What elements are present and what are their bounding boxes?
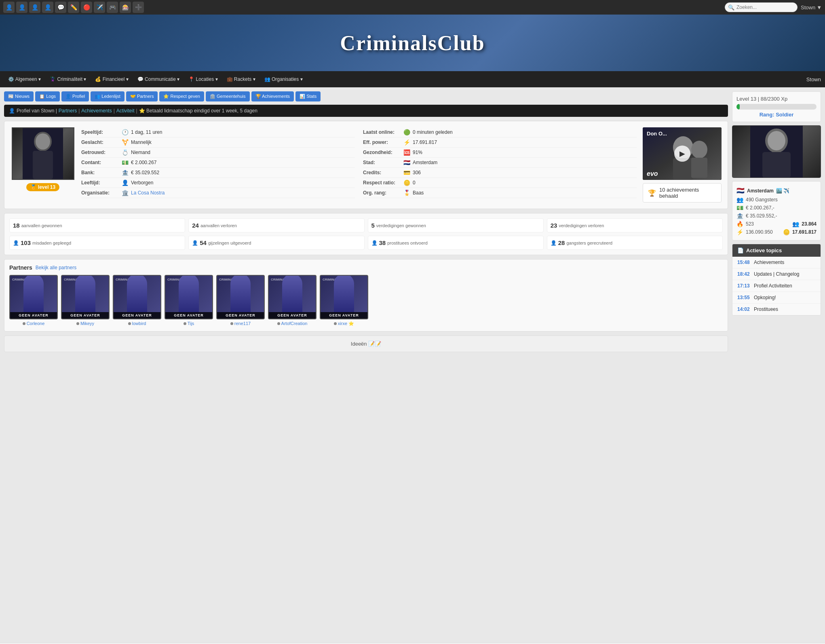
topbar: 👤 👤 👤 👤 💬 ✏️ 🔴 ✈️ 🎮 🎰 ➕ 🔍 Stown ▼ xyxy=(0,0,825,15)
tab-respect[interactable]: ⭐ Respect geven xyxy=(159,91,204,101)
search-input[interactable] xyxy=(725,2,798,12)
cash-icon: 💵 xyxy=(122,159,129,166)
stat-aanvallen-verloren: 24 aanvallen verloren xyxy=(188,218,364,232)
tab-nieuws[interactable]: 📰 Nieuws xyxy=(4,91,34,101)
topic-updates[interactable]: 18:42 Updates | Changelog xyxy=(732,268,821,280)
partner-name-corleone[interactable]: Corleone xyxy=(23,321,45,326)
topic-profiel[interactable]: 17:13 Profiel Activiteiten xyxy=(732,280,821,292)
stat-credits: Credits: 💳 306 xyxy=(363,168,637,178)
city-stat-gangsters: 👥 490 Gangsters xyxy=(736,196,817,204)
svg-rect-2 xyxy=(33,151,53,179)
topbar-icon-4[interactable]: 👤 xyxy=(42,2,53,13)
org-link[interactable]: La Cosa Nostra xyxy=(131,190,165,196)
topics-header-icon: 📄 xyxy=(737,247,744,253)
user-dropdown-icon: ▼ xyxy=(817,4,822,11)
tab-stats[interactable]: 📊 Stats xyxy=(295,91,321,101)
topic-opkoping[interactable]: 13:55 Opkoping! xyxy=(732,292,821,304)
video-thumbnail[interactable]: Don O... evo ▶ xyxy=(643,127,722,180)
partner-avatar-rene117[interactable]: CRIMINALSCLUB GEEN AVATER xyxy=(216,275,265,319)
tab-bar: 📰 Nieuws 📋 Logs 👤 Profiel 👥 Ledenlijst 🤝… xyxy=(4,91,728,101)
topic-prostituees[interactable]: 14:02 Prostituees xyxy=(732,304,821,315)
topbar-icon-1[interactable]: 👤 xyxy=(3,2,15,13)
breadcrumb-achievements-link[interactable]: Achievements xyxy=(81,108,112,114)
tab-achievements[interactable]: 🏆 Achievements xyxy=(251,91,294,101)
partner-online-dot-corleone xyxy=(23,322,25,325)
stat-gijzelingen: 👤 54 gijzelingen uitgevoerd xyxy=(188,236,364,250)
nav-organisaties[interactable]: 👥 Organisaties ▾ xyxy=(260,73,307,85)
nav-rackets[interactable]: 💼 Rackets ▾ xyxy=(223,73,260,85)
topbar-left: 👤 👤 👤 👤 💬 ✏️ 🔴 ✈️ 🎮 🎰 ➕ xyxy=(3,2,144,13)
view-all-partners-link[interactable]: Bekijk alle partners xyxy=(36,265,76,270)
gangsters-icon: 👥 xyxy=(736,196,743,203)
tab-partners[interactable]: 🤝 Partners xyxy=(126,91,158,101)
partner-name-rene117[interactable]: rene117 xyxy=(230,321,251,326)
org-icon: 🏛️ xyxy=(122,190,129,196)
stat-getrouwd: Getrouwd: 💍 Niemand xyxy=(81,148,355,158)
tab-logs[interactable]: 📋 Logs xyxy=(35,91,60,101)
achievement-count: 10 achievements behaald xyxy=(659,187,716,199)
nav-financieel[interactable]: 💰 Financieel ▾ xyxy=(91,73,132,85)
partner-name-xirxe[interactable]: xirxe ⭐ xyxy=(334,321,354,326)
partner-avatar-corleone[interactable]: CRIMINALSCLUB GEEN AVATER xyxy=(9,275,58,319)
nav-algemeen[interactable]: ⚙️ Algemeen ▾ xyxy=(4,73,45,85)
topics-section: 📄 Actieve topics 15:48 Achievements 18:4… xyxy=(732,244,821,316)
nav-criminaliteit[interactable]: 🦹 Criminaliteit ▾ xyxy=(46,73,90,85)
breadcrumb-activiteit-link[interactable]: Activiteit xyxy=(116,108,135,114)
breadcrumb: 👤 Profiel van Stown | Partners | Achieve… xyxy=(4,105,728,117)
partner-avatar-xirxe[interactable]: CRIMINALSCLUB GEEN AVATER xyxy=(320,275,368,319)
partner-avatar-tijs[interactable]: CRIMINALSCLUB GEEN AVATER xyxy=(165,275,213,319)
partner-name-tijs[interactable]: Tijs xyxy=(184,321,194,326)
stat-contant: Contant: 💵 € 2.000.267 xyxy=(81,158,355,168)
user-menu[interactable]: Stown ▼ xyxy=(801,4,822,11)
partner-avatar-lowbird[interactable]: CRIMINALSCLUB GEEN AVATER xyxy=(113,275,161,319)
partner-avatar-mikeyy[interactable]: CRIMINALSCLUB GEEN AVATER xyxy=(61,275,110,319)
city-extra-icons: 🏙️ ✈️ xyxy=(776,188,789,194)
partner-name-lowbird[interactable]: lowbird xyxy=(128,321,146,326)
xp-bar-container xyxy=(736,104,817,110)
partner-online-dot-artofcreation xyxy=(277,322,280,325)
level-title: Level 13 | 88/2300 Xp xyxy=(736,96,817,102)
tab-gemeentehuis[interactable]: 🏛️ Gemeentehuis xyxy=(206,91,250,101)
stat-respect: Respect ratio: 🪙 0 xyxy=(363,178,637,188)
tab-profiel[interactable]: 👤 Profiel xyxy=(61,91,89,101)
ideas-label: Ideeën 📝📝 xyxy=(351,341,381,347)
breadcrumb-notice: ⭐ Betaald lidmaatschap eindigd over 1 we… xyxy=(139,108,257,114)
city-name: Amsterdam xyxy=(747,188,774,194)
profile-card: 🏅 level 13 Speeltijd: 🕐 1 dag, 11 uren G… xyxy=(4,121,728,209)
breadcrumb-partners-link[interactable]: Partners xyxy=(59,108,77,114)
level-badge-icon: 🏅 xyxy=(30,184,36,190)
topbar-icon-9[interactable]: 🎮 xyxy=(107,2,118,13)
partner-avatar-artofcreation[interactable]: CRIMINALSCLUB GEEN AVATER xyxy=(268,275,316,319)
partner-rene117: CRIMINALSCLUB GEEN AVATER rene117 xyxy=(216,275,265,326)
topbar-icon-2[interactable]: 👤 xyxy=(16,2,27,13)
play-button[interactable]: ▶ xyxy=(674,146,690,162)
achievement-badge[interactable]: 🏆 10 achievements behaald xyxy=(643,183,722,203)
ring-icon: 💍 xyxy=(122,149,129,156)
topbar-icon-10[interactable]: 🎰 xyxy=(120,2,131,13)
tab-ledenlijst[interactable]: 👥 Ledenlijst xyxy=(91,91,124,101)
orgrang-icon: 🎖️ xyxy=(403,190,410,196)
topic-achievements[interactable]: 15:48 Achievements xyxy=(732,257,821,268)
topbar-right: 🔍 Stown ▼ xyxy=(725,2,822,12)
footer: Help / Info | © 2015 | Criminalsclub.com… xyxy=(0,642,825,644)
avatar-image xyxy=(12,127,74,180)
topbar-icon-7[interactable]: 🔴 xyxy=(81,2,92,13)
city-section: 🇳🇱 Amsterdam 🏙️ ✈️ 👥 490 Gangsters 💵 € 2… xyxy=(732,181,821,241)
level-badge: 🏅 level 13 xyxy=(26,183,59,191)
bank-icon: 🏦 xyxy=(122,169,129,176)
rank-text: Rang: Soldier xyxy=(736,112,817,118)
breadcrumb-text: Profiel van Stown | xyxy=(17,108,57,114)
topbar-icon-11[interactable]: ➕ xyxy=(133,2,144,13)
topbar-icon-8[interactable]: ✈️ xyxy=(94,2,105,13)
partner-online-dot-rene117 xyxy=(230,322,233,325)
topbar-icon-6[interactable]: ✏️ xyxy=(68,2,79,13)
stat-power: Eff. power: ⚡ 17.691.817 xyxy=(363,137,637,148)
topbar-icon-5[interactable]: 💬 xyxy=(55,2,66,13)
coin-icon: 🪙 xyxy=(783,229,790,235)
partner-name-artofcreation[interactable]: ArtofCreation xyxy=(277,321,308,326)
nav-communicatie[interactable]: 💬 Communicatie ▾ xyxy=(133,73,184,85)
nav-locaties[interactable]: 📍 Locaties ▾ xyxy=(184,73,222,85)
topbar-icon-3[interactable]: 👤 xyxy=(29,2,40,13)
partner-name-mikeyy[interactable]: Mikeyy xyxy=(76,321,94,326)
stat-verdedigingen-gewonnen: 5 verdedigingen gewonnen xyxy=(368,218,544,232)
